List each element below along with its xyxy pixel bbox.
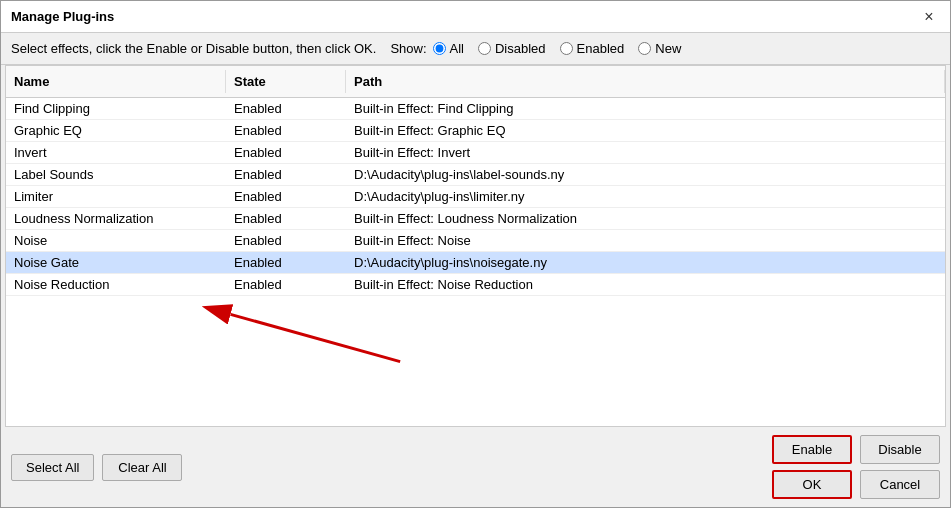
- cell-name: Invert: [6, 142, 226, 163]
- cell-state: Enabled: [226, 252, 346, 273]
- main-content: Name State Path Find ClippingEnabledBuil…: [1, 65, 950, 427]
- toolbar-row: Select effects, click the Enable or Disa…: [1, 33, 950, 65]
- cell-path: Built-in Effect: Loudness Normalization: [346, 208, 945, 229]
- plugin-table: Name State Path Find ClippingEnabledBuil…: [5, 65, 946, 427]
- table-row[interactable]: Graphic EQEnabledBuilt-in Effect: Graphi…: [6, 120, 945, 142]
- table-header: Name State Path: [6, 66, 945, 98]
- radio-enabled[interactable]: Enabled: [560, 41, 625, 56]
- cell-path: Built-in Effect: Noise: [346, 230, 945, 251]
- radio-new[interactable]: New: [638, 41, 681, 56]
- instruction-label: Select effects, click the Enable or Disa…: [11, 41, 376, 56]
- dialog-title: Manage Plug-ins: [11, 9, 114, 24]
- col-path: Path: [346, 70, 945, 93]
- col-state: State: [226, 70, 346, 93]
- bottom-right-buttons: Enable Disable OK Cancel: [772, 435, 940, 499]
- clear-all-button[interactable]: Clear All: [102, 454, 182, 481]
- ok-button[interactable]: OK: [772, 470, 852, 499]
- table-row[interactable]: Loudness NormalizationEnabledBuilt-in Ef…: [6, 208, 945, 230]
- cell-path: Built-in Effect: Find Clipping: [346, 98, 945, 119]
- cell-path: D:\Audacity\plug-ins\noisegate.ny: [346, 252, 945, 273]
- cell-state: Enabled: [226, 274, 346, 295]
- show-label: Show:: [390, 41, 426, 56]
- cell-path: Built-in Effect: Noise Reduction: [346, 274, 945, 295]
- cell-state: Enabled: [226, 120, 346, 141]
- enable-disable-row: Enable Disable: [772, 435, 940, 464]
- show-radio-group: All Disabled Enabled New: [433, 41, 682, 56]
- cell-state: Enabled: [226, 98, 346, 119]
- cell-path: D:\Audacity\plug-ins\limiter.ny: [346, 186, 945, 207]
- cell-name: Noise Gate: [6, 252, 226, 273]
- table-row[interactable]: LimiterEnabledD:\Audacity\plug-ins\limit…: [6, 186, 945, 208]
- cell-name: Graphic EQ: [6, 120, 226, 141]
- disable-button[interactable]: Disable: [860, 435, 940, 464]
- select-all-button[interactable]: Select All: [11, 454, 94, 481]
- cell-state: Enabled: [226, 164, 346, 185]
- table-body[interactable]: Find ClippingEnabledBuilt-in Effect: Fin…: [6, 98, 945, 426]
- cell-name: Loudness Normalization: [6, 208, 226, 229]
- manage-plugins-dialog: Manage Plug-ins × Select effects, click …: [0, 0, 951, 508]
- cell-state: Enabled: [226, 230, 346, 251]
- cell-path: D:\Audacity\plug-ins\label-sounds.ny: [346, 164, 945, 185]
- cell-name: Find Clipping: [6, 98, 226, 119]
- cell-path: Built-in Effect: Graphic EQ: [346, 120, 945, 141]
- bottom-left-buttons: Select All Clear All: [11, 454, 182, 481]
- table-row[interactable]: Find ClippingEnabledBuilt-in Effect: Fin…: [6, 98, 945, 120]
- title-bar: Manage Plug-ins ×: [1, 1, 950, 33]
- cell-name: Noise: [6, 230, 226, 251]
- cell-name: Noise Reduction: [6, 274, 226, 295]
- table-row[interactable]: InvertEnabledBuilt-in Effect: Invert: [6, 142, 945, 164]
- bottom-row: Select All Clear All Enable Disable OK C…: [1, 427, 950, 507]
- radio-disabled[interactable]: Disabled: [478, 41, 546, 56]
- enable-button[interactable]: Enable: [772, 435, 852, 464]
- cancel-button[interactable]: Cancel: [860, 470, 940, 499]
- ok-cancel-row: OK Cancel: [772, 470, 940, 499]
- table-row[interactable]: NoiseEnabledBuilt-in Effect: Noise: [6, 230, 945, 252]
- table-row[interactable]: Label SoundsEnabledD:\Audacity\plug-ins\…: [6, 164, 945, 186]
- cell-name: Limiter: [6, 186, 226, 207]
- cell-state: Enabled: [226, 208, 346, 229]
- cell-state: Enabled: [226, 186, 346, 207]
- table-row[interactable]: Noise ReductionEnabledBuilt-in Effect: N…: [6, 274, 945, 296]
- table-row[interactable]: Noise GateEnabledD:\Audacity\plug-ins\no…: [6, 252, 945, 274]
- close-button[interactable]: ×: [918, 6, 940, 28]
- radio-all[interactable]: All: [433, 41, 464, 56]
- cell-name: Label Sounds: [6, 164, 226, 185]
- cell-state: Enabled: [226, 142, 346, 163]
- cell-path: Built-in Effect: Invert: [346, 142, 945, 163]
- col-name: Name: [6, 70, 226, 93]
